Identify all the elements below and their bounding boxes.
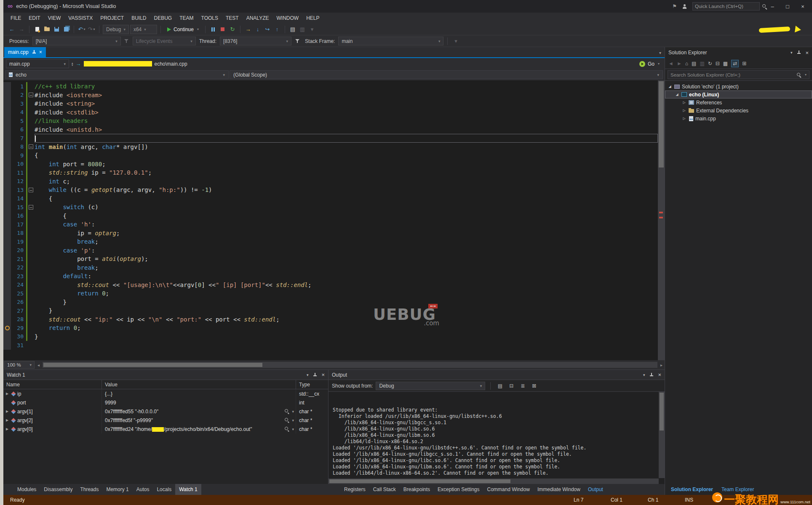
breakpoint-margin[interactable]	[3, 117, 11, 125]
code-line[interactable]: 2–#include <iostream>	[3, 91, 658, 100]
watch-row-argv-1-[interactable]: ▶argv[1]0x7fffffffed55 "-h0.0.0.0"▾char …	[3, 407, 328, 416]
menu-file[interactable]: FILE	[7, 13, 25, 24]
watch-row-argv-2-[interactable]: ▶argv[2]0x7fffffffed5f "-p9999"▾char *	[3, 416, 328, 425]
tree-expander-icon[interactable]: ▷	[682, 101, 686, 104]
breakpoint-icon[interactable]	[5, 326, 10, 330]
code-editor[interactable]: 1//c++ std library2–#include <iostream>3…	[3, 80, 665, 360]
notifications-flag-icon[interactable]: ⚑	[672, 3, 677, 9]
breakpoint-margin[interactable]	[3, 160, 11, 169]
breakpoint-margin[interactable]	[3, 151, 11, 160]
breakpoint-margin[interactable]	[3, 125, 11, 134]
code-line[interactable]: 22 break;	[3, 263, 658, 272]
collapse-box-icon[interactable]: –	[29, 188, 33, 192]
clear-all-icon[interactable]: ≣	[518, 382, 527, 390]
sign-in-user-icon[interactable]	[682, 4, 687, 9]
code-line[interactable]: 5//linux headers	[3, 117, 658, 125]
magnifier-icon[interactable]	[284, 426, 290, 432]
editor-vertical-scrollbar[interactable]	[658, 80, 665, 360]
go-icon[interactable]	[639, 61, 645, 67]
column-header-type[interactable]: Type	[296, 380, 328, 389]
code-line[interactable]: 17 case 'h':	[3, 220, 658, 229]
breakpoint-margin[interactable]	[3, 229, 11, 238]
document-list-chevron-icon[interactable]: ▾	[659, 50, 665, 55]
visualizer-chevron-icon[interactable]: ▾	[292, 418, 296, 423]
menu-project[interactable]: PROJECT	[96, 13, 128, 24]
tree-item-main-cpp[interactable]: ▷main.cpp	[665, 114, 812, 122]
scrollbar-thumb[interactable]	[43, 363, 262, 367]
forward-icon[interactable]: ►	[677, 61, 682, 66]
find-in-files-icon[interactable]: ▤	[288, 25, 297, 34]
scrollbar-thumb[interactable]	[659, 81, 664, 167]
thread-filter-icon[interactable]	[123, 37, 131, 46]
breakpoint-margin[interactable]	[3, 203, 11, 212]
tree-item-solution-echo-1-project-[interactable]: ◢Solution 'echo' (1 project)	[665, 82, 812, 90]
tab-main-cpp[interactable]: main.cpp ×	[4, 47, 46, 57]
code-line[interactable]: 20 case 'p':	[3, 246, 658, 255]
menu-help[interactable]: HELP	[302, 13, 323, 24]
magnifier-icon[interactable]	[284, 417, 290, 423]
breakpoint-margin[interactable]	[3, 212, 11, 221]
back-icon[interactable]: ◄	[668, 61, 673, 66]
watch-value-cell[interactable]: 9999	[102, 398, 296, 407]
scroll-right-icon[interactable]: ▸	[659, 363, 664, 367]
save-all-icon[interactable]	[62, 25, 70, 34]
show-next-statement-icon[interactable]: →	[244, 25, 252, 34]
process-select[interactable]: [N/A]▾	[32, 37, 121, 45]
tab-memory-1[interactable]: Memory 1	[102, 484, 132, 495]
close-button[interactable]: ×	[795, 1, 810, 12]
continue-button[interactable]: Continue ▾	[164, 25, 202, 34]
output-source-select[interactable]: Debug▾	[376, 382, 485, 390]
breakpoint-margin[interactable]	[3, 246, 11, 255]
breakpoint-margin[interactable]	[3, 134, 11, 143]
find-message-icon[interactable]: ▤	[496, 382, 504, 390]
watch-value-cell[interactable]: 0x7fffffffed5f "-p9999"▾	[102, 416, 296, 425]
stop-debugging-icon[interactable]	[219, 25, 227, 34]
code-line[interactable]: 21 port = atoi(optarg);	[3, 255, 658, 263]
output-content[interactable]: Stopped due to shared library event: Inf…	[329, 392, 665, 484]
tab-disassembly[interactable]: Disassembly	[40, 484, 76, 495]
code-line[interactable]: 7	[3, 134, 658, 143]
word-wrap-icon[interactable]: ⊠	[530, 382, 538, 390]
tab-exception-settings[interactable]: Exception Settings	[434, 484, 483, 495]
watch-name-cell[interactable]: ▶argv[1]	[3, 407, 102, 416]
menu-debug[interactable]: DEBUG	[150, 13, 176, 24]
debug-location-options-icon[interactable]: ▾	[451, 37, 460, 46]
configuration-select[interactable]: Debug▾	[103, 25, 129, 34]
breakpoint-margin[interactable]	[3, 237, 11, 246]
breakpoint-margin[interactable]	[3, 168, 11, 177]
refresh-icon[interactable]: ↻	[708, 61, 712, 66]
scrollbar-thumb[interactable]	[329, 479, 510, 483]
code-line[interactable]: 29 return 0;	[3, 324, 658, 332]
collapse-box-icon[interactable]: –	[29, 93, 33, 97]
breakpoint-margin[interactable]	[3, 281, 11, 290]
tree-expander-icon[interactable]: ▷	[682, 109, 686, 112]
redo-icon[interactable]: ↷▾	[87, 25, 96, 34]
open-file-icon[interactable]	[43, 25, 51, 34]
tab-autos[interactable]: Autos	[133, 484, 153, 495]
quick-launch-box[interactable]	[692, 2, 760, 11]
code-line[interactable]: 27 }	[3, 306, 658, 315]
code-line[interactable]: 25 return 0;	[3, 289, 658, 298]
breakpoint-margin[interactable]	[3, 91, 11, 100]
step-over-icon[interactable]: ↪	[263, 25, 272, 34]
watch-name-cell[interactable]: ▶ip	[3, 389, 102, 398]
code-line[interactable]: 6#include <unistd.h>	[3, 125, 658, 134]
code-line[interactable]: 14 {	[3, 194, 658, 203]
menu-vassistx[interactable]: VASSISTX	[64, 13, 96, 24]
menu-tools[interactable]: TOOLS	[198, 13, 222, 24]
navigate-back-icon[interactable]: ←	[8, 25, 16, 34]
dock-tab-solution-explorer[interactable]: Solution Explorer	[667, 484, 717, 495]
watch-panel-header[interactable]: Watch 1 ▾ ×	[3, 370, 328, 380]
lifecycle-events-select[interactable]: Lifecycle Events▾	[133, 37, 196, 45]
close-icon[interactable]: ×	[321, 372, 325, 378]
visualizer-chevron-icon[interactable]: ▾	[292, 427, 296, 431]
expander-icon[interactable]: ▶	[6, 418, 10, 422]
tree-expander-icon[interactable]: ▷	[682, 117, 686, 120]
breakpoint-margin[interactable]	[3, 298, 11, 307]
pending-changes-filter-icon[interactable]: ▥	[700, 61, 704, 66]
pin-icon[interactable]	[796, 50, 801, 55]
platform-select[interactable]: x64▾	[130, 25, 157, 34]
comment-icon[interactable]: ▥	[298, 25, 307, 34]
code-line[interactable]: 16 {	[3, 212, 658, 221]
quick-launch-input[interactable]	[695, 4, 760, 9]
